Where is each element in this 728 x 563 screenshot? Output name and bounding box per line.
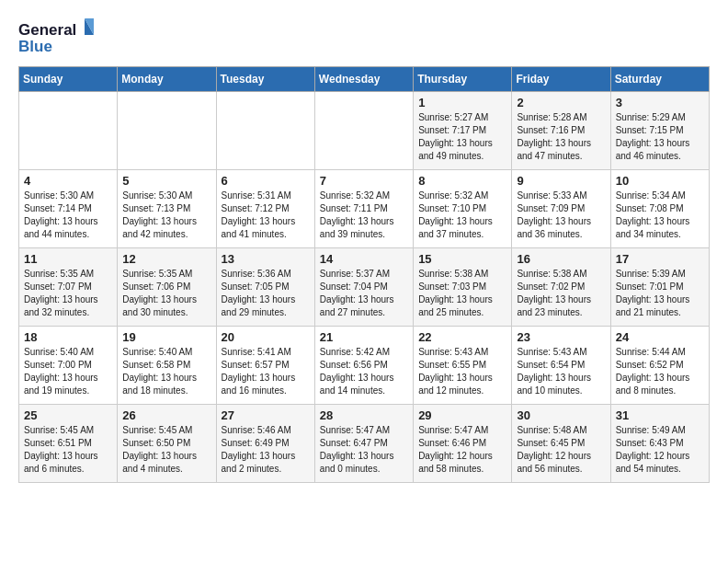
day-number: 12 [122, 252, 210, 266]
calendar-week-2: 4Sunrise: 5:30 AM Sunset: 7:14 PM Daylig… [19, 170, 710, 248]
calendar-cell: 23Sunrise: 5:43 AM Sunset: 6:54 PM Dayli… [512, 327, 610, 405]
day-number: 1 [418, 96, 506, 109]
page-header: GeneralBlue [18, 18, 710, 57]
day-info: Sunrise: 5:32 AM Sunset: 7:11 PM Dayligh… [320, 190, 408, 241]
day-number: 8 [418, 174, 506, 188]
day-number: 27 [222, 408, 310, 422]
calendar-cell [216, 92, 314, 170]
calendar-week-1: 1Sunrise: 5:27 AM Sunset: 7:17 PM Daylig… [19, 92, 710, 170]
day-number: 29 [418, 408, 506, 422]
calendar-cell: 16Sunrise: 5:38 AM Sunset: 7:02 PM Dayli… [512, 248, 610, 327]
day-info: Sunrise: 5:41 AM Sunset: 6:57 PM Dayligh… [222, 346, 310, 397]
calendar-cell: 22Sunrise: 5:43 AM Sunset: 6:55 PM Dayli… [414, 327, 512, 405]
calendar-week-5: 25Sunrise: 5:45 AM Sunset: 6:51 PM Dayli… [19, 405, 710, 483]
calendar-cell: 27Sunrise: 5:46 AM Sunset: 6:49 PM Dayli… [216, 405, 314, 483]
day-info: Sunrise: 5:31 AM Sunset: 7:12 PM Dayligh… [222, 190, 310, 241]
calendar-cell: 30Sunrise: 5:48 AM Sunset: 6:45 PM Dayli… [512, 405, 610, 483]
calendar-table: SundayMondayTuesdayWednesdayThursdayFrid… [18, 66, 710, 483]
day-number: 23 [517, 330, 605, 344]
day-info: Sunrise: 5:47 AM Sunset: 6:47 PM Dayligh… [320, 424, 408, 476]
day-number: 31 [616, 408, 704, 422]
weekday-header-tuesday: Tuesday [216, 67, 314, 92]
day-info: Sunrise: 5:36 AM Sunset: 7:05 PM Dayligh… [222, 268, 310, 319]
calendar-cell: 17Sunrise: 5:39 AM Sunset: 7:01 PM Dayli… [610, 248, 709, 327]
day-number: 19 [122, 330, 210, 344]
day-number: 4 [24, 174, 112, 188]
day-info: Sunrise: 5:30 AM Sunset: 7:13 PM Dayligh… [122, 190, 210, 241]
day-info: Sunrise: 5:45 AM Sunset: 6:51 PM Dayligh… [24, 424, 112, 476]
calendar-cell: 12Sunrise: 5:35 AM Sunset: 7:06 PM Dayli… [118, 248, 216, 327]
day-info: Sunrise: 5:48 AM Sunset: 6:45 PM Dayligh… [517, 424, 605, 476]
svg-text:Blue: Blue [18, 38, 52, 55]
calendar-cell: 24Sunrise: 5:44 AM Sunset: 6:52 PM Dayli… [610, 327, 709, 405]
day-info: Sunrise: 5:40 AM Sunset: 7:00 PM Dayligh… [24, 346, 112, 397]
day-info: Sunrise: 5:49 AM Sunset: 6:43 PM Dayligh… [616, 424, 704, 476]
day-number: 18 [24, 330, 112, 344]
calendar-header: SundayMondayTuesdayWednesdayThursdayFrid… [19, 67, 710, 92]
weekday-header-friday: Friday [512, 67, 610, 92]
day-number: 24 [616, 330, 704, 344]
calendar-cell: 28Sunrise: 5:47 AM Sunset: 6:47 PM Dayli… [314, 405, 413, 483]
day-number: 11 [24, 252, 112, 266]
logo-svg: GeneralBlue [18, 18, 110, 57]
day-info: Sunrise: 5:38 AM Sunset: 7:02 PM Dayligh… [517, 268, 605, 319]
calendar-cell: 26Sunrise: 5:45 AM Sunset: 6:50 PM Dayli… [118, 405, 216, 483]
calendar-cell: 7Sunrise: 5:32 AM Sunset: 7:11 PM Daylig… [314, 170, 413, 248]
calendar-cell: 8Sunrise: 5:32 AM Sunset: 7:10 PM Daylig… [414, 170, 512, 248]
calendar-cell: 15Sunrise: 5:38 AM Sunset: 7:03 PM Dayli… [414, 248, 512, 327]
day-info: Sunrise: 5:35 AM Sunset: 7:07 PM Dayligh… [24, 268, 112, 319]
calendar-cell [19, 92, 118, 170]
calendar-cell: 5Sunrise: 5:30 AM Sunset: 7:13 PM Daylig… [118, 170, 216, 248]
day-info: Sunrise: 5:43 AM Sunset: 6:54 PM Dayligh… [517, 346, 605, 397]
calendar-cell [314, 92, 413, 170]
day-number: 15 [418, 252, 506, 266]
day-number: 22 [418, 330, 506, 344]
day-number: 14 [320, 252, 408, 266]
calendar-cell: 6Sunrise: 5:31 AM Sunset: 7:12 PM Daylig… [216, 170, 314, 248]
day-number: 28 [320, 408, 408, 422]
day-info: Sunrise: 5:43 AM Sunset: 6:55 PM Dayligh… [418, 346, 506, 397]
calendar-body: 1Sunrise: 5:27 AM Sunset: 7:17 PM Daylig… [19, 92, 710, 483]
calendar-cell: 9Sunrise: 5:33 AM Sunset: 7:09 PM Daylig… [512, 170, 610, 248]
calendar-cell: 3Sunrise: 5:29 AM Sunset: 7:15 PM Daylig… [610, 92, 709, 170]
calendar-cell: 25Sunrise: 5:45 AM Sunset: 6:51 PM Dayli… [19, 405, 118, 483]
day-info: Sunrise: 5:47 AM Sunset: 6:46 PM Dayligh… [418, 424, 506, 476]
day-number: 26 [122, 408, 210, 422]
day-info: Sunrise: 5:37 AM Sunset: 7:04 PM Dayligh… [320, 268, 408, 319]
calendar-cell: 31Sunrise: 5:49 AM Sunset: 6:43 PM Dayli… [610, 405, 709, 483]
calendar-week-3: 11Sunrise: 5:35 AM Sunset: 7:07 PM Dayli… [19, 248, 710, 327]
calendar-week-4: 18Sunrise: 5:40 AM Sunset: 7:00 PM Dayli… [19, 327, 710, 405]
day-number: 21 [320, 330, 408, 344]
day-number: 2 [517, 96, 605, 109]
day-info: Sunrise: 5:34 AM Sunset: 7:08 PM Dayligh… [616, 190, 704, 241]
day-info: Sunrise: 5:46 AM Sunset: 6:49 PM Dayligh… [222, 424, 310, 476]
calendar-cell: 13Sunrise: 5:36 AM Sunset: 7:05 PM Dayli… [216, 248, 314, 327]
weekday-header-wednesday: Wednesday [314, 67, 413, 92]
day-info: Sunrise: 5:40 AM Sunset: 6:58 PM Dayligh… [122, 346, 210, 397]
weekday-header-monday: Monday [118, 67, 216, 92]
calendar-cell: 29Sunrise: 5:47 AM Sunset: 6:46 PM Dayli… [414, 405, 512, 483]
calendar-cell: 21Sunrise: 5:42 AM Sunset: 6:56 PM Dayli… [314, 327, 413, 405]
day-number: 6 [222, 174, 310, 188]
calendar-cell: 14Sunrise: 5:37 AM Sunset: 7:04 PM Dayli… [314, 248, 413, 327]
weekday-header-sunday: Sunday [19, 67, 118, 92]
calendar-cell: 11Sunrise: 5:35 AM Sunset: 7:07 PM Dayli… [19, 248, 118, 327]
day-info: Sunrise: 5:45 AM Sunset: 6:50 PM Dayligh… [122, 424, 210, 476]
weekday-row: SundayMondayTuesdayWednesdayThursdayFrid… [19, 67, 710, 92]
day-info: Sunrise: 5:35 AM Sunset: 7:06 PM Dayligh… [122, 268, 210, 319]
day-info: Sunrise: 5:39 AM Sunset: 7:01 PM Dayligh… [616, 268, 704, 319]
day-info: Sunrise: 5:38 AM Sunset: 7:03 PM Dayligh… [418, 268, 506, 319]
day-number: 10 [616, 174, 704, 188]
day-info: Sunrise: 5:27 AM Sunset: 7:17 PM Dayligh… [418, 111, 506, 163]
day-info: Sunrise: 5:44 AM Sunset: 6:52 PM Dayligh… [616, 346, 704, 397]
day-number: 13 [222, 252, 310, 266]
day-number: 5 [122, 174, 210, 188]
day-number: 30 [517, 408, 605, 422]
day-number: 7 [320, 174, 408, 188]
day-number: 17 [616, 252, 704, 266]
day-info: Sunrise: 5:30 AM Sunset: 7:14 PM Dayligh… [24, 190, 112, 241]
logo: GeneralBlue [18, 18, 110, 57]
day-info: Sunrise: 5:28 AM Sunset: 7:16 PM Dayligh… [517, 111, 605, 163]
day-number: 3 [616, 96, 704, 109]
day-info: Sunrise: 5:33 AM Sunset: 7:09 PM Dayligh… [517, 190, 605, 241]
